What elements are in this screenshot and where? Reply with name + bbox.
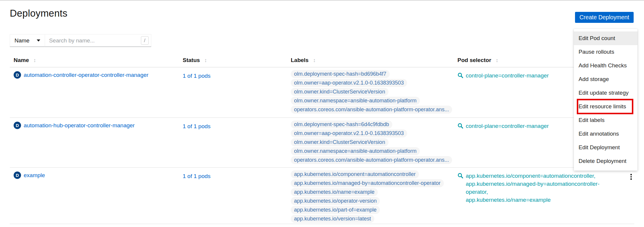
label-chip-line: olm.owner.namespace=ansible-automation-p… [291, 147, 454, 155]
slash-shortcut-badge: / [141, 36, 149, 45]
label-chip: olm.owner=aap-operator.v2.1.0-0.16383935… [291, 79, 407, 87]
column-header-label: Name [14, 57, 29, 64]
label-chip-line: app.kubernetes.io/part-of=example [291, 206, 454, 214]
label-chip: app.kubernetes.io/component=automationco… [291, 170, 419, 178]
menu-item-pause-rollouts[interactable]: Pause rollouts [574, 45, 637, 59]
actions-menu: Edit Pod countPause rolloutsAdd Health C… [574, 29, 637, 171]
labels-cell: app.kubernetes.io/component=automationco… [287, 168, 454, 224]
deployment-name-link[interactable]: automation-controller-operator-controlle… [24, 71, 148, 79]
sort-both-icon[interactable]: ↕ [204, 57, 207, 64]
filter-toolbar: Name / [10, 34, 151, 47]
label-chip: olm.owner.kind=ClusterServiceVersion [291, 138, 388, 146]
table-row: Dautomation-hub-operator-controller-mana… [10, 118, 634, 168]
deployments-page: Deployments Create Deployment Name / Nam… [0, 0, 644, 227]
kebab-dot [630, 176, 632, 178]
label-chip: app.kubernetes.io/managed-by=automationc… [291, 179, 444, 187]
search-box: / [45, 34, 151, 47]
column-header-label: Status [183, 57, 200, 64]
label-chip-line: app.kubernetes.io/version=latest [291, 215, 454, 223]
table-header-row: Name↕Status↕Labels↕Pod selector↕ [10, 57, 634, 67]
name-cell: Dautomation-hub-operator-controller-mana… [10, 118, 179, 167]
sort-both-icon[interactable]: ↕ [33, 57, 36, 64]
row-actions-cell [619, 168, 634, 224]
label-chip-line: olm.deployment-spec-hash=bd696b4f7 [291, 70, 454, 78]
label-chip-line: olm.owner=aap-operator.v2.1.0-0.16383935… [291, 79, 454, 87]
table-row: Dautomation-controller-operator-controll… [10, 67, 634, 118]
pod-selector-cell: app.kubernetes.io/component=automationco… [454, 168, 619, 224]
label-chip-line: operators.coreos.com/ansible-automation-… [291, 156, 454, 164]
pod-selector-line: app.kubernetes.io/component=automationco… [466, 172, 619, 180]
menu-item-edit-annotations[interactable]: Edit annotations [574, 127, 637, 141]
deployments-table: Name↕Status↕Labels↕Pod selector↕ Dautoma… [10, 57, 634, 224]
label-chip: olm.owner.namespace=ansible-automation-p… [291, 97, 420, 105]
deployment-name-link[interactable]: automation-hub-operator-controller-manag… [24, 122, 135, 129]
pod-selector-line: app.kubernetes.io/managed-by=automationc… [466, 180, 619, 196]
label-chip: app.kubernetes.io/part-of=example [291, 206, 380, 214]
filter-type-dropdown[interactable]: Name [10, 34, 45, 47]
pod-selector-text: control-plane=controller-manager [466, 72, 549, 80]
filter-type-label: Name [15, 37, 30, 44]
label-chip: olm.owner=aap-operator.v2.1.0-0.16383935… [291, 129, 407, 137]
search-icon [457, 123, 463, 129]
name-cell: Dexample [10, 168, 179, 224]
status-cell: 1 of 1 pods [179, 118, 287, 167]
label-chip-line: olm.owner.namespace=ansible-automation-p… [291, 97, 454, 105]
sort-both-icon[interactable]: ↕ [496, 57, 498, 64]
deployment-badge: D [14, 122, 21, 129]
label-chip-line: olm.owner.kind=ClusterServiceVersion [291, 88, 454, 96]
pods-status-link[interactable]: 1 of 1 pods [183, 73, 211, 79]
label-chip-line: app.kubernetes.io/name=example [291, 188, 454, 196]
sort-both-icon[interactable]: ↕ [313, 57, 316, 64]
pod-selector-link[interactable]: app.kubernetes.io/component=automationco… [457, 172, 619, 204]
menu-item-edit-labels[interactable]: Edit labels [574, 113, 637, 127]
label-chip: olm.deployment-spec-hash=6d4c9fdbdb [291, 120, 392, 128]
chevron-down-icon [37, 39, 40, 42]
label-chip-line: operators.coreos.com/ansible-automation-… [291, 106, 454, 114]
label-chip-line: olm.owner.kind=ClusterServiceVersion [291, 138, 454, 146]
menu-item-edit-deployment[interactable]: Edit Deployment [574, 141, 637, 154]
page-title: Deployments [10, 8, 68, 19]
label-chip: app.kubernetes.io/operator-version [291, 197, 380, 205]
label-chip: olm.owner.namespace=ansible-automation-p… [291, 147, 420, 155]
column-header-name[interactable]: Name↕ [10, 57, 179, 67]
pod-selector-line: control-plane=controller-manager [466, 122, 549, 130]
column-header-status[interactable]: Status↕ [179, 57, 287, 67]
menu-item-add-health-checks[interactable]: Add Health Checks [574, 59, 637, 72]
column-header-label: Pod selector [457, 57, 491, 64]
deployment-badge: D [14, 172, 21, 179]
label-chip: operators.coreos.com/ansible-automation-… [291, 156, 452, 164]
menu-item-delete-deployment[interactable]: Delete Deployment [574, 154, 637, 168]
label-chip: olm.owner.kind=ClusterServiceVersion [291, 88, 388, 96]
label-chip-line: olm.deployment-spec-hash=6d4c9fdbdb [291, 120, 454, 128]
name-cell: Dautomation-controller-operator-controll… [10, 67, 179, 118]
pods-status-link[interactable]: 1 of 1 pods [183, 123, 211, 129]
label-chip: olm.deployment-spec-hash=bd696b4f7 [291, 70, 390, 78]
kebab-dot [630, 174, 632, 175]
deployment-badge: D [14, 71, 21, 79]
menu-item-add-storage[interactable]: Add storage [574, 72, 637, 86]
pod-selector-text: app.kubernetes.io/component=automationco… [466, 172, 619, 204]
deployment-name-link[interactable]: example [24, 172, 45, 179]
search-input[interactable] [45, 34, 151, 47]
menu-item-edit-resource-limits[interactable]: Edit resource limits [574, 100, 637, 113]
menu-item-edit-pod-count[interactable]: Edit Pod count [574, 31, 637, 45]
label-chip: app.kubernetes.io/version=latest [291, 215, 374, 223]
label-chip-line: olm.owner=aap-operator.v2.1.0-0.16383935… [291, 129, 454, 137]
table-body: Dautomation-controller-operator-controll… [10, 67, 634, 224]
menu-item-edit-update-strategy[interactable]: Edit update strategy [574, 86, 637, 100]
create-deployment-button[interactable]: Create Deployment [575, 12, 634, 23]
column-header-label: Labels [291, 57, 309, 64]
pod-selector-line: app.kubernetes.io/name=example [466, 196, 619, 204]
label-chip-line: app.kubernetes.io/managed-by=automationc… [291, 179, 454, 187]
table-row: Dexample1 of 1 podsapp.kubernetes.io/com… [10, 168, 634, 224]
pod-selector-text: control-plane=controller-manager [466, 122, 549, 130]
status-cell: 1 of 1 pods [179, 168, 287, 224]
kebab-menu-button[interactable] [629, 172, 634, 224]
search-icon [457, 173, 463, 179]
pods-status-link[interactable]: 1 of 1 pods [183, 173, 211, 179]
kebab-dot [630, 178, 632, 180]
labels-cell: olm.deployment-spec-hash=bd696b4f7olm.ow… [287, 67, 454, 118]
column-header-labels[interactable]: Labels↕ [287, 57, 454, 67]
status-cell: 1 of 1 pods [179, 67, 287, 118]
label-chip: operators.coreos.com/ansible-automation-… [291, 106, 452, 114]
